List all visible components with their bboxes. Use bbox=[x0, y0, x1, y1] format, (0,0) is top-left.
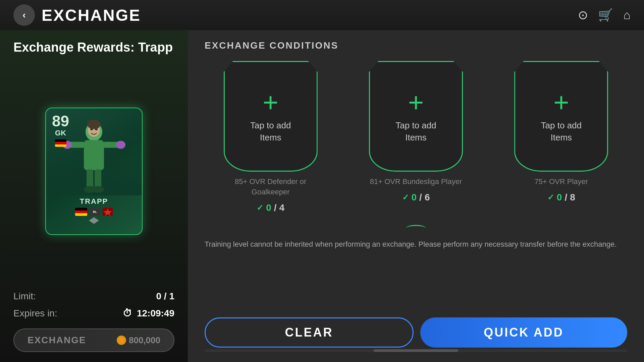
header-right: ⊙ 🛒 ⌂ bbox=[578, 8, 631, 22]
slot-text-2: Tap to addItems bbox=[395, 119, 436, 144]
slot-requirement-3: 75+ OVR Player bbox=[535, 177, 588, 187]
limit-value: 0 / 1 bbox=[156, 288, 174, 305]
exchange-cost-value: 800,000 bbox=[129, 335, 160, 346]
flag-bundesliga: BL bbox=[90, 208, 100, 216]
exchange-button[interactable]: EXCHANGE 800,000 bbox=[13, 328, 174, 352]
check-icon-1: ✓ bbox=[257, 203, 263, 213]
bottom-buttons: CLEAR QUICK ADD bbox=[205, 317, 627, 348]
timer-icon: ⏱ bbox=[123, 308, 132, 318]
slot-plus-1: + bbox=[263, 89, 278, 116]
slot-sep-2: / bbox=[419, 192, 422, 203]
flag-club bbox=[103, 208, 113, 216]
reward-title: Exchange Rewards: Trapp bbox=[13, 40, 174, 55]
scroll-indicator bbox=[205, 225, 627, 232]
expires-value: ⏱ 12:09:49 bbox=[123, 305, 174, 322]
card-rating: 89 bbox=[52, 113, 69, 129]
card-position: GK bbox=[55, 129, 66, 137]
exchange-btn-label: EXCHANGE bbox=[28, 335, 86, 346]
card-flags: BL bbox=[75, 208, 113, 216]
slot-current-3: 0 bbox=[557, 192, 562, 203]
conditions-title: EXCHANGE CONDITIONS bbox=[205, 40, 627, 51]
bottom-info: Limit: 0 / 1 Expires in: ⏱ 12:09:49 bbox=[13, 288, 174, 322]
slot-wrapper-3: + Tap to addItems 75+ OVR Player ✓ 0 / 8 bbox=[495, 61, 627, 213]
slot-sep-3: / bbox=[565, 192, 567, 203]
slot-card-1[interactable]: + Tap to addItems bbox=[224, 61, 318, 172]
right-panel: EXCHANGE CONDITIONS + Tap to addItems 85… bbox=[188, 30, 644, 362]
warning-text: Training level cannot be inherited when … bbox=[205, 238, 627, 250]
header-left: ‹ EXCHANGE bbox=[13, 4, 141, 26]
slot-total-2: 6 bbox=[425, 192, 430, 203]
scrollbar[interactable] bbox=[205, 349, 627, 352]
player-silhouette bbox=[60, 115, 127, 195]
slot-progress-1: ✓ 0 / 4 bbox=[257, 202, 284, 213]
expires-label: Expires in: bbox=[13, 305, 57, 322]
flag-germany bbox=[75, 208, 87, 216]
clear-button[interactable]: CLEAR bbox=[205, 317, 414, 348]
slot-plus-2: + bbox=[408, 89, 424, 116]
limit-label: Limit: bbox=[13, 288, 36, 305]
expires-row: Expires in: ⏱ 12:09:49 bbox=[13, 305, 174, 322]
slot-wrapper-1: + Tap to addItems 85+ OVR Defender or Go… bbox=[205, 61, 336, 213]
slot-total-1: 4 bbox=[279, 202, 285, 213]
card-top-left: 89 GK bbox=[52, 113, 69, 147]
cart-icon[interactable]: 🛒 bbox=[598, 8, 613, 22]
scrollbar-thumb[interactable] bbox=[374, 349, 458, 352]
card-container: 89 GK bbox=[13, 61, 174, 281]
player-card: 89 GK bbox=[45, 108, 143, 235]
home-icon[interactable]: ⌂ bbox=[623, 8, 631, 22]
svg-point-7 bbox=[116, 141, 125, 149]
main-content: Exchange Rewards: Trapp 89 GK bbox=[0, 30, 644, 362]
header: ‹ EXCHANGE ⊙ 🛒 ⌂ bbox=[0, 0, 644, 30]
slots-container: + Tap to addItems 85+ OVR Defender or Go… bbox=[205, 61, 627, 213]
slot-plus-3: + bbox=[553, 89, 569, 116]
slot-card-3[interactable]: + Tap to addItems bbox=[514, 61, 608, 172]
slot-current-1: 0 bbox=[266, 202, 271, 213]
exchange-btn-cost: 800,000 bbox=[117, 335, 160, 346]
check-icon-2: ✓ bbox=[402, 193, 409, 202]
slot-wrapper-2: + Tap to addItems 81+ OVR Bundesliga Pla… bbox=[350, 61, 482, 213]
slot-total-3: 8 bbox=[570, 192, 575, 203]
left-panel: Exchange Rewards: Trapp 89 GK bbox=[0, 30, 188, 362]
page-title: EXCHANGE bbox=[42, 6, 141, 24]
back-button[interactable]: ‹ bbox=[13, 4, 35, 26]
slot-progress-2: ✓ 0 / 6 bbox=[402, 192, 430, 203]
quick-add-button[interactable]: QUICK ADD bbox=[420, 317, 627, 348]
coin-icon bbox=[117, 336, 126, 345]
slot-sep-1: / bbox=[274, 202, 277, 213]
svg-point-11 bbox=[92, 186, 104, 193]
scroll-arc bbox=[406, 225, 426, 232]
svg-point-15 bbox=[87, 120, 101, 129]
slot-requirement-1: 85+ OVR Defender or Goalkeeper bbox=[224, 177, 318, 197]
target-icon[interactable]: ⊙ bbox=[578, 8, 588, 22]
slot-text-1: Tap to addItems bbox=[250, 119, 291, 144]
check-icon-3: ✓ bbox=[547, 193, 554, 202]
expires-time: 12:09:49 bbox=[137, 308, 174, 318]
slot-current-2: 0 bbox=[412, 192, 417, 203]
slot-requirement-2: 81+ OVR Bundesliga Player bbox=[370, 177, 462, 187]
slot-card-2[interactable]: + Tap to addItems bbox=[369, 61, 463, 172]
svg-rect-3 bbox=[84, 140, 104, 170]
slot-progress-3: ✓ 0 / 8 bbox=[547, 192, 575, 203]
card-player-name: TRAPP bbox=[80, 197, 108, 206]
slot-text-3: Tap to addItems bbox=[541, 119, 582, 144]
limit-row: Limit: 0 / 1 bbox=[13, 288, 174, 305]
